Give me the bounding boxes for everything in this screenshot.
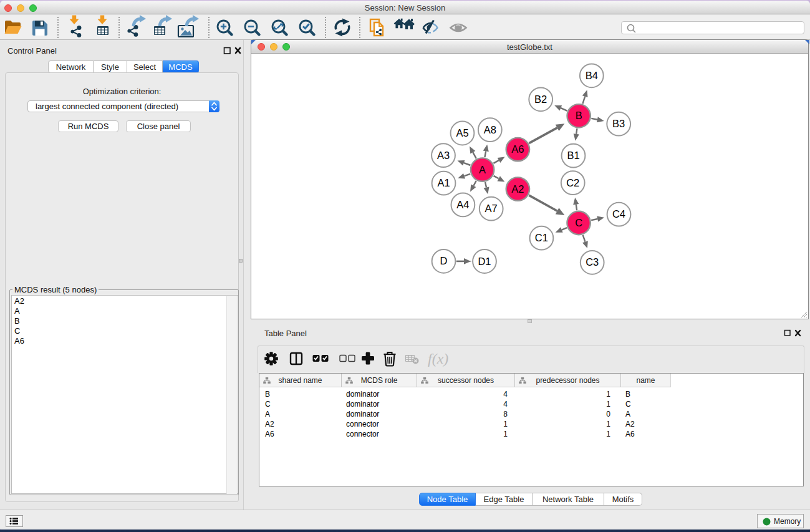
svg-text:B2: B2 xyxy=(534,94,547,105)
svg-text:D: D xyxy=(440,255,448,266)
svg-text:C3: C3 xyxy=(586,256,599,268)
svg-text:A6: A6 xyxy=(511,143,524,155)
svg-text:A2: A2 xyxy=(511,183,524,195)
svg-text:C: C xyxy=(575,217,582,228)
svg-text:A5: A5 xyxy=(456,127,468,138)
svg-text:A8: A8 xyxy=(484,124,496,135)
svg-text:A1: A1 xyxy=(437,177,450,188)
svg-text:B: B xyxy=(576,110,582,121)
svg-text:D1: D1 xyxy=(478,256,491,267)
svg-text:A4: A4 xyxy=(456,199,469,210)
svg-text:C1: C1 xyxy=(535,232,548,243)
svg-text:A: A xyxy=(479,164,486,175)
svg-text:A3: A3 xyxy=(437,150,450,161)
svg-text:f(x): f(x) xyxy=(428,351,448,367)
svg-text:C4: C4 xyxy=(612,208,625,220)
svg-text:C2: C2 xyxy=(566,177,579,188)
svg-text:A7: A7 xyxy=(485,203,498,214)
svg-text:B4: B4 xyxy=(586,70,598,81)
svg-text:B1: B1 xyxy=(567,150,579,161)
svg-text:B3: B3 xyxy=(612,118,625,129)
